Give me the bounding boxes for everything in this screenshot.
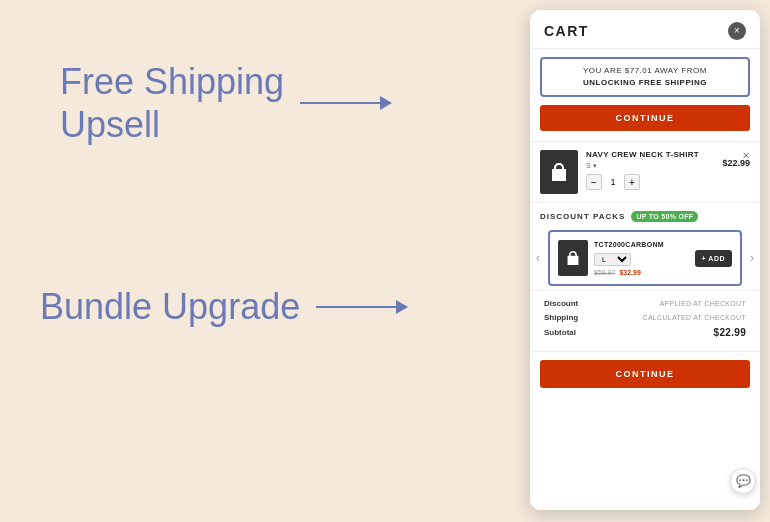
cart-panel: CART × YOU ARE $77.01 AWAY FROM UNLOCKIN… <box>530 10 760 510</box>
carousel-size-select[interactable]: L S M XL <box>594 253 631 266</box>
chat-bubble-button[interactable]: 💬 <box>730 468 756 494</box>
close-button[interactable]: × <box>728 22 746 40</box>
carousel-item-name: TCT2000CARBONM <box>594 241 689 248</box>
price-sale: $32.99 <box>619 269 640 276</box>
summary-row-subtotal: Subtotal $22.99 <box>544 327 746 338</box>
qty-increase-button[interactable]: + <box>624 174 640 190</box>
summary-section: Discount APPLIED AT CHECKOUT Shipping CA… <box>530 290 760 351</box>
carousel-item-image <box>558 240 588 276</box>
bottom-continue-section: CONTINUE <box>530 351 760 396</box>
carousel-item-details: TCT2000CARBONM L S M XL $59.97 $32.99 <box>594 241 689 276</box>
item-remove-button[interactable]: ✕ <box>742 150 750 161</box>
bottom-continue-button[interactable]: CONTINUE <box>540 360 750 388</box>
summary-subtotal-label: Subtotal <box>544 328 576 337</box>
item-name: NAVY CREW NECK T-SHIRT <box>586 150 714 160</box>
bundle-upgrade-text: Bundle Upgrade <box>40 285 300 328</box>
summary-discount-label: Discount <box>544 299 578 308</box>
shipping-banner-text: YOU ARE $77.01 AWAY FROM UNLOCKING FREE … <box>550 65 740 89</box>
summary-shipping-label: Shipping <box>544 313 578 322</box>
price-original: $59.97 <box>594 269 615 276</box>
item-variant: S ▾ <box>586 162 714 170</box>
carousel-prices: $59.97 $32.99 <box>594 269 689 276</box>
summary-row-discount: Discount APPLIED AT CHECKOUT <box>544 299 746 308</box>
item-qty-row: − 1 + <box>586 174 714 190</box>
discount-packs-label: DISCOUNT PACKS <box>540 212 625 221</box>
discount-packs-header: DISCOUNT PACKS UP TO 50% OFF <box>530 202 760 226</box>
carousel-item: TCT2000CARBONM L S M XL $59.97 $32.99 + … <box>548 230 742 286</box>
qty-decrease-button[interactable]: − <box>586 174 602 190</box>
cart-title: CART <box>544 23 589 39</box>
left-annotations: Free ShippingUpsell Bundle Upgrade <box>0 0 520 522</box>
free-shipping-annotation: Free ShippingUpsell <box>60 60 392 146</box>
bundle-upgrade-arrow <box>316 300 408 314</box>
free-shipping-arrow <box>300 96 392 110</box>
discount-badge: UP TO 50% OFF <box>631 211 698 222</box>
item-details: NAVY CREW NECK T-SHIRT S ▾ − 1 + <box>586 150 714 190</box>
summary-discount-value: APPLIED AT CHECKOUT <box>660 300 746 307</box>
cart-header: CART × <box>530 10 760 49</box>
bundle-upgrade-annotation: Bundle Upgrade <box>40 285 408 328</box>
shipping-banner: YOU ARE $77.01 AWAY FROM UNLOCKING FREE … <box>540 57 750 97</box>
top-continue-button[interactable]: CONTINUE <box>540 105 750 131</box>
summary-shipping-value: CALCULATED AT CHECKOUT <box>643 314 746 321</box>
summary-subtotal-value: $22.99 <box>714 327 746 338</box>
summary-row-shipping: Shipping CALCULATED AT CHECKOUT <box>544 313 746 322</box>
item-image <box>540 150 578 194</box>
carousel-area: ‹ TCT2000CARBONM L S M XL $59.97 $32.99 <box>530 226 760 290</box>
carousel-next-button[interactable]: › <box>744 230 760 286</box>
svg-rect-0 <box>555 171 563 173</box>
carousel-prev-button[interactable]: ‹ <box>530 230 546 286</box>
qty-value: 1 <box>606 177 620 187</box>
cart-item: NAVY CREW NECK T-SHIRT S ▾ − 1 + $22.99 … <box>530 141 760 202</box>
free-shipping-text: Free ShippingUpsell <box>60 60 284 146</box>
add-to-cart-button[interactable]: + ADD <box>695 250 732 267</box>
